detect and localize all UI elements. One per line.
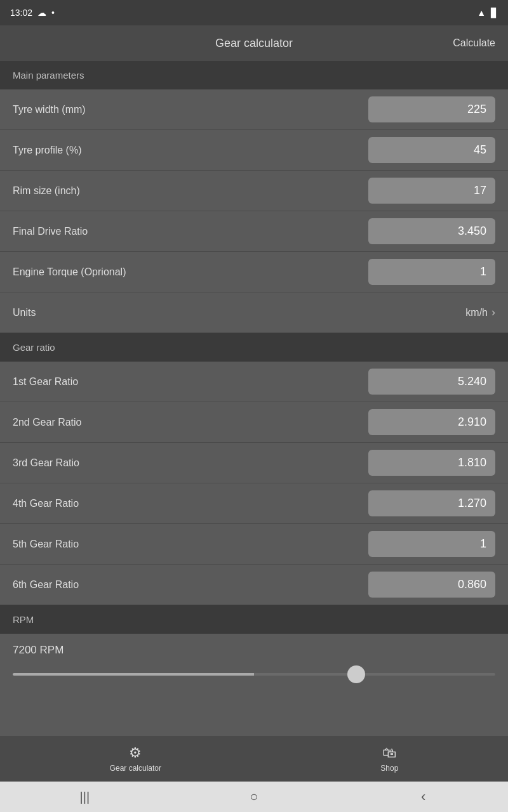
param-row-engine-torque: Engine Torque (Oprional) bbox=[0, 252, 508, 292]
nav-gear-calculator-label: Gear calculator bbox=[110, 764, 161, 773]
tyre-profile-input[interactable] bbox=[368, 137, 495, 163]
app-header: Gear calculator Calculate bbox=[0, 25, 508, 61]
rpm-slider[interactable] bbox=[13, 673, 495, 676]
rim-size-input[interactable] bbox=[368, 178, 495, 204]
tyre-width-input[interactable] bbox=[368, 96, 495, 122]
param-row-gear4: 4th Gear Ratio bbox=[0, 483, 508, 524]
back-icon: ‹ bbox=[421, 789, 425, 805]
status-time: 13:02 bbox=[10, 8, 32, 18]
gear2-input[interactable] bbox=[368, 409, 495, 435]
param-row-tyre-profile: Tyre profile (%) bbox=[0, 130, 508, 171]
nav-item-shop[interactable]: 🛍 Shop bbox=[365, 740, 413, 778]
param-row-gear1: 1st Gear Ratio bbox=[0, 362, 508, 402]
calculate-button[interactable]: Calculate bbox=[453, 37, 495, 49]
tyre-profile-label: Tyre profile (%) bbox=[13, 145, 368, 156]
back-button[interactable]: ‹ bbox=[404, 782, 443, 812]
gear6-input[interactable] bbox=[368, 572, 495, 598]
gear2-label: 2nd Gear Ratio bbox=[13, 417, 368, 428]
param-row-rim-size: Rim size (inch) bbox=[0, 171, 508, 211]
gear4-label: 4th Gear Ratio bbox=[13, 498, 368, 509]
rpm-slider-container bbox=[13, 667, 495, 691]
units-label: Units bbox=[13, 307, 36, 318]
rpm-value-display: 7200 RPM bbox=[13, 644, 495, 657]
wifi-icon: ▲ bbox=[477, 8, 486, 18]
param-row-gear2: 2nd Gear Ratio bbox=[0, 402, 508, 443]
status-left: 13:02 ☁ • bbox=[10, 8, 55, 18]
param-row-final-drive: Final Drive Ratio bbox=[0, 211, 508, 252]
gear3-input[interactable] bbox=[368, 450, 495, 476]
section-rpm: RPM bbox=[0, 605, 508, 634]
chevron-right-icon: › bbox=[491, 306, 495, 319]
final-drive-label: Final Drive Ratio bbox=[13, 226, 368, 237]
app-title: Gear calculator bbox=[215, 37, 293, 50]
battery-icon: ▊ bbox=[491, 8, 498, 18]
nav-item-gear-calculator[interactable]: ⚙ Gear calculator bbox=[95, 740, 177, 778]
units-row[interactable]: Units km/h › bbox=[0, 292, 508, 333]
status-bar: 13:02 ☁ • ▲ ▊ bbox=[0, 0, 508, 25]
home-button[interactable]: ○ bbox=[235, 782, 273, 812]
recents-icon: ||| bbox=[80, 790, 90, 804]
units-value-text: km/h bbox=[465, 307, 488, 318]
param-row-gear6: 6th Gear Ratio bbox=[0, 565, 508, 605]
tyre-width-label: Tyre width (mm) bbox=[13, 104, 368, 115]
bottom-nav: ⚙ Gear calculator 🛍 Shop bbox=[0, 736, 508, 782]
gear1-label: 1st Gear Ratio bbox=[13, 376, 368, 388]
param-row-gear3: 3rd Gear Ratio bbox=[0, 443, 508, 483]
gear4-input[interactable] bbox=[368, 490, 495, 516]
param-row-gear5: 5th Gear Ratio bbox=[0, 524, 508, 565]
recents-button[interactable]: ||| bbox=[65, 782, 104, 812]
gear3-label: 3rd Gear Ratio bbox=[13, 457, 368, 469]
engine-torque-input[interactable] bbox=[368, 259, 495, 285]
gear5-input[interactable] bbox=[368, 531, 495, 557]
shop-icon: 🛍 bbox=[382, 745, 396, 761]
status-right: ▲ ▊ bbox=[477, 8, 498, 18]
units-value-selector[interactable]: km/h › bbox=[465, 306, 495, 319]
gear-calculator-icon: ⚙ bbox=[129, 745, 142, 761]
gear5-label: 5th Gear Ratio bbox=[13, 539, 368, 550]
system-nav-bar: ||| ○ ‹ bbox=[0, 782, 508, 812]
dots-icon: • bbox=[51, 8, 55, 18]
section-main-parameters: Main parameters bbox=[0, 61, 508, 89]
rpm-section: 7200 RPM bbox=[0, 634, 508, 691]
gear1-input[interactable] bbox=[368, 369, 495, 395]
param-row-tyre-width: Tyre width (mm) bbox=[0, 89, 508, 130]
home-icon: ○ bbox=[250, 789, 258, 805]
section-gear-ratio: Gear ratio bbox=[0, 333, 508, 362]
final-drive-input[interactable] bbox=[368, 218, 495, 244]
gear6-label: 6th Gear Ratio bbox=[13, 579, 368, 591]
engine-torque-label: Engine Torque (Oprional) bbox=[13, 266, 368, 278]
rim-size-label: Rim size (inch) bbox=[13, 185, 368, 197]
nav-shop-label: Shop bbox=[380, 764, 398, 773]
cloud-icon: ☁ bbox=[37, 8, 46, 18]
